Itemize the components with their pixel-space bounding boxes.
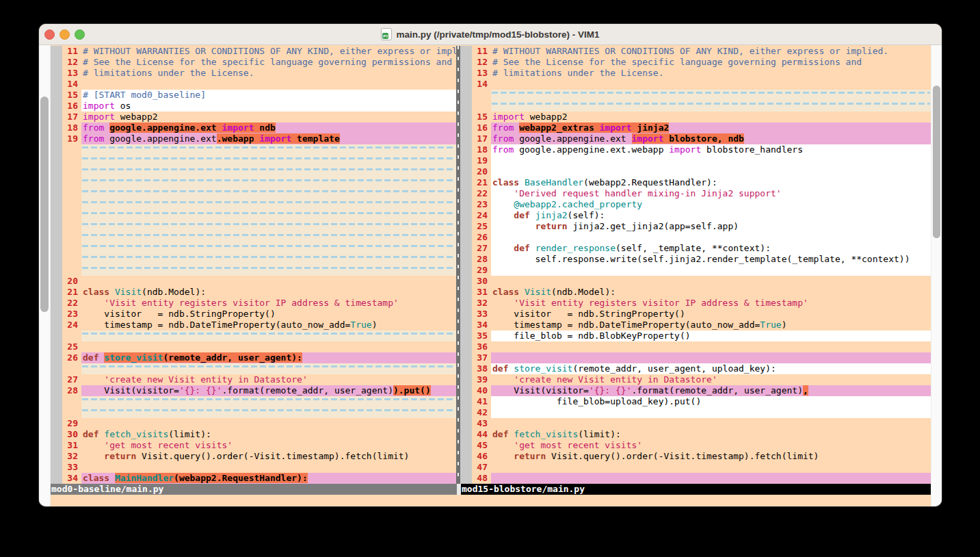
filler-line — [51, 363, 456, 374]
line-number: 21 — [472, 177, 491, 188]
fold-column — [51, 90, 62, 101]
line-number: 24 — [62, 320, 81, 331]
line-number: 25 — [62, 341, 81, 352]
fullscreen-button[interactable] — [75, 29, 85, 40]
line-number: 14 — [472, 79, 491, 90]
fold-column — [51, 331, 62, 341]
diff-rows: 11# WITHOUT WARRANTIES OR CONDITIONS OF … — [51, 45, 931, 484]
line-text — [81, 396, 456, 407]
diff-pane-right[interactable]: 11# WITHOUT WARRANTIES OR CONDITIONS OF … — [460, 46, 931, 484]
line-number: 36 — [472, 341, 491, 352]
desktop: PY main.py (/private/tmp/mod15-blobstore… — [0, 0, 980, 557]
line-number: 43 — [472, 418, 491, 429]
code-line: 27 'create new Visit entity in Datastore… — [51, 374, 456, 385]
line-text — [81, 155, 456, 166]
line-text: @webapp2.cached_property — [491, 199, 931, 210]
line-number: 31 — [62, 440, 81, 451]
line-number: 17 — [472, 133, 491, 144]
left-scrollbar-thumb[interactable] — [40, 96, 49, 312]
close-button[interactable] — [44, 29, 55, 40]
fold-column — [460, 418, 472, 429]
fold-column — [51, 363, 62, 374]
code-line: 26def store_visit(remote_addr, user_agen… — [51, 352, 456, 363]
fold-column — [460, 254, 472, 265]
line-text — [491, 166, 931, 177]
fold-column — [51, 68, 62, 79]
line-text — [491, 79, 931, 90]
filler-line — [51, 331, 456, 341]
fold-column — [51, 352, 62, 363]
titlebar[interactable]: PY main.py (/private/tmp/mod15-blobstore… — [39, 24, 942, 45]
filler-line — [460, 101, 931, 112]
line-text: 'Visit entity registers visitor IP addre… — [491, 298, 931, 309]
code-line: 21class Visit(ndb.Model): — [51, 287, 456, 298]
fold-column — [460, 144, 472, 155]
code-line: 11# WITHOUT WARRANTIES OR CONDITIONS OF … — [460, 46, 931, 57]
fold-column — [51, 155, 62, 166]
line-text: class MainHandler(webapp2.RequestHandler… — [81, 473, 456, 484]
line-text — [491, 265, 931, 276]
line-number: 29 — [62, 418, 81, 429]
fold-column — [460, 232, 472, 243]
left-scrollbar[interactable] — [39, 45, 51, 506]
line-text: Visit(visitor='{}: {}'.format(remote_add… — [491, 385, 931, 396]
command-line[interactable] — [51, 495, 931, 506]
line-number: 25 — [472, 221, 491, 232]
line-text: # See the License for the specific langu… — [491, 57, 931, 68]
code-line: 46 return Visit.query().order(-Visit.tim… — [460, 451, 931, 462]
line-text: import os — [81, 101, 456, 112]
code-line: 29 — [51, 418, 456, 429]
line-number: 38 — [472, 363, 491, 374]
line-text: return Visit.query().order(-Visit.timest… — [491, 451, 931, 462]
fold-column — [51, 385, 62, 396]
fold-column — [460, 221, 472, 232]
code-line: 15# [START mod0_baseline] — [51, 90, 456, 101]
window-title: main.py (/private/tmp/mod15-blobstore) -… — [396, 29, 599, 40]
right-scrollbar-thumb[interactable] — [933, 86, 940, 238]
line-number: 33 — [472, 309, 491, 320]
line-number: 13 — [472, 68, 491, 79]
split-divider[interactable] — [456, 46, 460, 484]
line-number: 26 — [472, 232, 491, 243]
fold-column — [51, 298, 62, 309]
fold-column — [460, 155, 472, 166]
code-line: 20 — [460, 166, 931, 177]
line-text: # WITHOUT WARRANTIES OR CONDITIONS OF AN… — [81, 46, 456, 57]
statusline-left[interactable]: mod0-baseline/main.py — [51, 484, 457, 495]
fold-column — [51, 309, 62, 320]
fold-column — [51, 374, 62, 385]
line-number — [62, 254, 81, 265]
line-number: 22 — [62, 298, 81, 309]
code-line: 43 — [460, 418, 931, 429]
py-badge: PY — [382, 33, 388, 39]
line-text — [491, 352, 931, 363]
diff-pane-left[interactable]: 11# WITHOUT WARRANTIES OR CONDITIONS OF … — [51, 46, 456, 484]
filler-line — [51, 210, 456, 221]
line-number: 26 — [62, 352, 81, 363]
code-line: 24 def jinja2(self): — [460, 210, 931, 221]
minimize-button[interactable] — [59, 29, 70, 40]
line-text — [81, 331, 456, 341]
code-line: 42 — [460, 407, 931, 418]
line-number: 32 — [472, 298, 491, 309]
line-number: 12 — [62, 57, 81, 68]
line-text: from google.appengine.ext.webapp import … — [81, 133, 456, 144]
line-text: file_blob = ndb.BlobKeyProperty() — [491, 331, 931, 341]
right-scrollbar[interactable] — [931, 45, 942, 506]
fold-column — [460, 122, 472, 133]
line-number — [62, 331, 81, 341]
statusline-right[interactable]: mod15-blobstore/main.py — [461, 484, 931, 495]
code-line: 41 file_blob=upload_key).put() — [460, 396, 931, 407]
line-text: visitor = ndb.StringProperty() — [81, 309, 456, 320]
line-number: 20 — [62, 276, 81, 287]
fold-column — [460, 46, 472, 57]
fold-column — [460, 440, 472, 451]
line-text — [81, 462, 456, 473]
line-number — [62, 188, 81, 199]
line-text: def render_response(self, _template, **c… — [491, 243, 931, 254]
line-number — [62, 144, 81, 155]
code-line: 37 — [460, 352, 931, 363]
line-number: 45 — [472, 440, 491, 451]
line-number: 39 — [472, 374, 491, 385]
code-line: 27 def render_response(self, _template, … — [460, 243, 931, 254]
